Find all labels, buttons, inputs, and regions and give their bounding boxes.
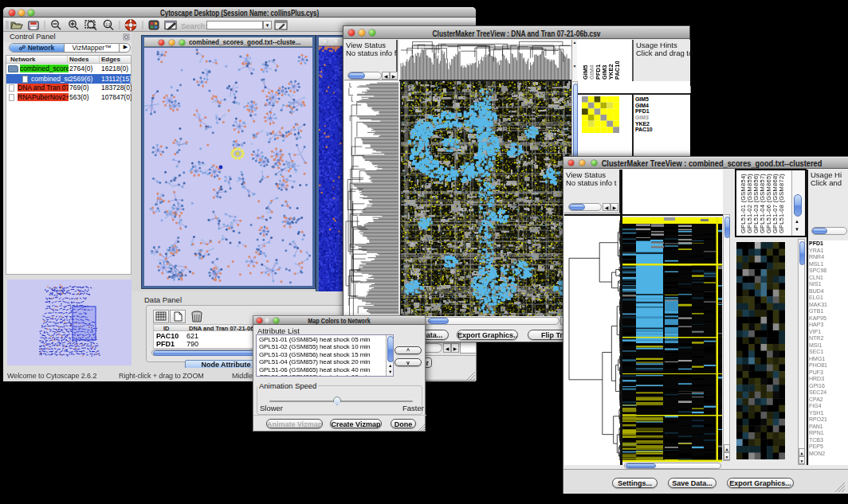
- svg-text:1:1: 1:1: [106, 23, 112, 27]
